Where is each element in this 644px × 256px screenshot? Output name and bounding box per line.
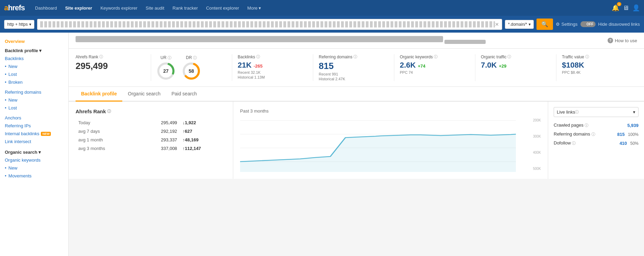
sidebar-item-anchors[interactable]: Anchors	[0, 114, 68, 122]
live-links-select[interactable]: Live links ⓘ ▾	[554, 107, 639, 117]
metric-backlinks: Backlinks ⓘ 21K -265 Recent 32.1K Histor…	[232, 54, 313, 81]
hide-disavowed-label[interactable]: Hide disavowed links	[598, 22, 640, 27]
sidebar-item-backlinks-broken[interactable]: • Broken	[0, 78, 68, 86]
sidebar-item-backlinks-lost[interactable]: • Lost	[0, 70, 68, 78]
sidebar-item-backlinks[interactable]: Backlinks	[0, 55, 68, 62]
table-row: avg 1 month 293,337 ↑48,169	[76, 136, 226, 144]
table-row: avg 3 months 337,008 ↑112,147	[76, 144, 226, 153]
notification-badge: 1	[617, 2, 621, 6]
sidebar-item-organic-keywords[interactable]: Organic keywords	[0, 156, 68, 164]
sidebar-item-referring-domains[interactable]: Referring domains	[0, 88, 68, 96]
protocol-select[interactable]: http + https ▾	[4, 20, 34, 29]
tv-info-icon[interactable]: ⓘ	[585, 54, 589, 59]
domain-header: ? How to use	[69, 33, 644, 49]
logo[interactable]: ahrefs	[4, 3, 25, 12]
search-icon: 🔍	[541, 21, 548, 27]
top-nav: ahrefs Dashboard Site explorer Keywords …	[0, 0, 644, 16]
search-bar: http + https ▾ ✕ *.domain/* ▾ 🔍 ⚙ Settin…	[0, 16, 644, 33]
nav-rank-tracker[interactable]: Rank tracker	[169, 0, 201, 16]
tab-organic-search[interactable]: Organic search	[122, 87, 166, 102]
question-icon: ?	[608, 38, 613, 43]
rank-chart	[240, 117, 541, 172]
chevron-down-icon: ▾	[29, 22, 31, 27]
metric-ur: UR ⓘ 27	[157, 55, 175, 80]
sidebar-overview[interactable]: Overview	[0, 37, 68, 46]
toggle-wrap: OFF	[580, 21, 596, 27]
nav-site-explorer[interactable]: Site explorer	[62, 0, 96, 16]
url-input-wrap: ✕	[37, 19, 502, 30]
rank-table: Today 295,499 ↓1,922 avg 7 days 292,192 …	[76, 118, 226, 153]
user-icon[interactable]: 👤	[632, 4, 640, 12]
table-row: avg 7 days 292,192 ↑627	[76, 127, 226, 136]
chart-panel: Past 3 months 200K	[233, 102, 548, 179]
nav-site-audit[interactable]: Site audit	[142, 0, 168, 16]
new-badge: NEW	[41, 132, 51, 136]
chart-y-labels: 200K 300K 400K 500K	[524, 117, 541, 172]
rd-info-icon[interactable]: ⓘ	[353, 54, 357, 59]
metric-ur-dr: UR ⓘ 27 DR ⓘ	[151, 54, 232, 81]
metric-referring-domains: Referring domains ⓘ 815 Recent 991 Histo…	[313, 54, 394, 81]
sidebar-backlink-profile[interactable]: Backlink profile ▾	[0, 46, 68, 55]
metric-ahrefs-rank: Ahrefs Rank ⓘ 295,499	[76, 54, 151, 81]
sidebar-item-referring-domains-lost[interactable]: • Lost	[0, 104, 68, 112]
search-button[interactable]: 🔍	[536, 19, 553, 30]
content-area: ? How to use Ahrefs Rank ⓘ 295,499 UR	[69, 33, 644, 256]
sidebar-item-referring-domains-new[interactable]: • New	[0, 96, 68, 104]
dr-info-icon[interactable]: ⓘ	[193, 55, 197, 60]
settings-button[interactable]: ⚙ Settings	[556, 22, 578, 27]
nav-content-explorer[interactable]: Content explorer	[203, 0, 242, 16]
crawled-pages-row: Crawled pages ⓘ 5,939	[554, 123, 639, 128]
monitor-icon[interactable]: 🖥	[623, 4, 629, 12]
metric-organic-traffic: Organic traffic ⓘ 7.0K +29	[475, 54, 556, 81]
main-layout: Overview Backlink profile ▾ Backlinks • …	[0, 33, 644, 256]
metric-organic-keywords: Organic keywords ⓘ 2.6K +74 PPC 74	[394, 54, 475, 81]
sidebar-item-backlinks-new[interactable]: • New	[0, 62, 68, 70]
crawled-info-icon[interactable]: ⓘ	[585, 123, 588, 127]
sidebar-item-referring-ips[interactable]: Referring IPs	[0, 122, 68, 130]
tabs-bar: Backlink profile Organic search Paid sea…	[69, 87, 644, 102]
table-row: Today 295,499 ↓1,922	[76, 118, 226, 127]
how-to-use-button[interactable]: ? How to use	[608, 38, 637, 43]
nav-icons: 🔔 1 🖥 👤	[612, 4, 640, 12]
sidebar-item-link-intersect[interactable]: Link intersect	[0, 138, 68, 146]
notification-icon[interactable]: 🔔 1	[612, 4, 619, 12]
domain-display	[76, 36, 601, 45]
rd-stat-info-icon[interactable]: ⓘ	[591, 132, 595, 136]
clear-icon[interactable]: ✕	[495, 22, 499, 27]
sidebar-item-organic-keywords-movements[interactable]: • Movements	[0, 172, 68, 180]
nav-keywords-explorer[interactable]: Keywords explorer	[97, 0, 141, 16]
nav-dashboard[interactable]: Dashboard	[32, 0, 60, 16]
sidebar-organic-search[interactable]: Organic search ▾	[0, 148, 68, 156]
ot-info-icon[interactable]: ⓘ	[507, 54, 511, 59]
bottom-row: Ahrefs Rank ⓘ Today 295,499 ↓1,922 avg 7…	[69, 102, 644, 179]
tab-backlink-profile[interactable]: Backlink profile	[76, 87, 122, 102]
sidebar-item-internal-backlinks[interactable]: Internal backlinks NEW	[0, 130, 68, 138]
ur-gauge: 27	[157, 62, 175, 80]
rank-info-icon[interactable]: ⓘ	[107, 109, 111, 114]
dofollow-info-icon[interactable]: ⓘ	[572, 141, 576, 145]
metrics-row: Ahrefs Rank ⓘ 295,499 UR ⓘ 27	[69, 49, 644, 87]
chevron-down-icon: ▾	[633, 109, 635, 115]
rank-panel: Ahrefs Rank ⓘ Today 295,499 ↓1,922 avg 7…	[69, 102, 233, 179]
metric-traffic-value: Traffic value ⓘ $108K PPC $8.4K	[556, 54, 637, 81]
sidebar-item-organic-keywords-new[interactable]: • New	[0, 164, 68, 172]
dofollow-stat-row: Dofollow ⓘ 410 50%	[554, 140, 639, 146]
nav-more[interactable]: More ▾	[244, 0, 264, 16]
ok-info-icon[interactable]: ⓘ	[434, 54, 438, 59]
right-panel: Live links ⓘ ▾ Crawled pages ⓘ 5,939 Ref…	[548, 102, 644, 179]
metric-dr: DR ⓘ 58	[182, 55, 201, 80]
svg-marker-10	[240, 134, 516, 172]
info-icon[interactable]: ⓘ	[99, 54, 103, 59]
chevron-down-icon: ▾	[529, 22, 531, 27]
referring-domains-stat-row: Referring domains ⓘ 815 100%	[554, 131, 639, 137]
disavowed-toggle[interactable]: OFF	[580, 21, 596, 27]
sidebar: Overview Backlink profile ▾ Backlinks • …	[0, 33, 69, 256]
live-links-info-icon[interactable]: ⓘ	[575, 109, 579, 115]
chart-area: 200K 300K 400K 500K	[240, 117, 541, 172]
ur-info-icon[interactable]: ⓘ	[168, 55, 171, 60]
backlinks-info-icon[interactable]: ⓘ	[256, 54, 260, 59]
tab-paid-search[interactable]: Paid search	[166, 87, 202, 102]
svg-text:58: 58	[189, 68, 194, 74]
url-input[interactable]	[40, 21, 495, 27]
domain-filter-select[interactable]: *.domain/* ▾	[505, 20, 533, 29]
